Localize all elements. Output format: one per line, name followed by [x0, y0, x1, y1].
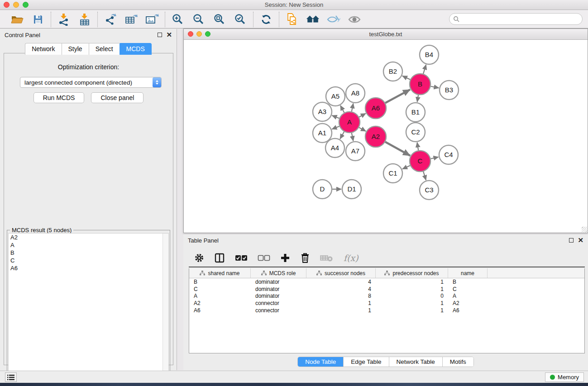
close-panel-button[interactable]: Close panel	[91, 92, 143, 103]
column-header-MCDS-role[interactable]: MCDS role	[251, 268, 306, 278]
node-A7[interactable]: A7	[346, 142, 365, 161]
tab-style[interactable]: Style	[62, 43, 89, 55]
tab-edge-table[interactable]: Edge Table	[344, 357, 389, 367]
result-item[interactable]: A2	[9, 234, 168, 241]
node-A6[interactable]: A6	[365, 98, 386, 119]
node-A2[interactable]: A2	[365, 126, 386, 147]
node-B3[interactable]: B3	[440, 81, 459, 100]
tab-select[interactable]: Select	[89, 43, 120, 55]
tab-network-table[interactable]: Network Table	[389, 357, 443, 367]
refresh-icon[interactable]	[259, 13, 273, 26]
criterion-dropdown[interactable]: largest connected component (directed)	[20, 77, 162, 88]
node-A1[interactable]: A1	[313, 124, 332, 143]
network-close-button[interactable]	[188, 31, 193, 37]
network-file-icon[interactable]	[285, 13, 299, 26]
node-table[interactable]: shared nameMCDS rolesuccessor nodesprede…	[189, 268, 585, 353]
node-C[interactable]: C	[410, 151, 430, 172]
network-canvas[interactable]: B4B2BB3A5A8A6B1A3AC2A1A2A4A7C4CC1C3DD1	[184, 40, 588, 233]
resize-grip[interactable]	[582, 227, 587, 232]
result-item[interactable]: A6	[9, 264, 168, 272]
home-view-icon[interactable]	[306, 13, 320, 26]
node-B4[interactable]: B4	[420, 45, 439, 64]
delete-column-icon[interactable]	[300, 253, 310, 263]
edge-B-B1[interactable]	[417, 95, 419, 102]
edge-A-A3[interactable]	[332, 115, 339, 118]
import-network-icon[interactable]	[57, 13, 71, 26]
zoom-selected-icon[interactable]	[233, 13, 248, 26]
close-panel-icon[interactable]: ✕	[166, 33, 172, 37]
edge-A2-C[interactable]	[385, 142, 410, 156]
column-header-shared-name[interactable]: shared name	[189, 268, 251, 278]
node-B1[interactable]: B1	[406, 103, 425, 122]
import-table-icon[interactable]	[77, 13, 92, 26]
close-window-button[interactable]	[4, 2, 10, 8]
show-view-icon[interactable]	[347, 13, 362, 26]
result-item[interactable]: B	[9, 249, 168, 257]
edge-A-A2[interactable]	[359, 128, 366, 131]
mcds-result-list[interactable]: A2ABCA6	[8, 233, 169, 383]
edge-B-B2[interactable]	[402, 76, 410, 80]
edge-C-C4[interactable]	[430, 157, 438, 159]
close-table-panel-icon[interactable]: ✕	[578, 238, 583, 243]
edge-A-A6[interactable]	[359, 114, 366, 117]
tab-motifs[interactable]: Motifs	[443, 357, 473, 367]
node-C2[interactable]: C2	[406, 123, 425, 142]
edge-C-C2[interactable]	[417, 143, 419, 151]
minimize-window-button[interactable]	[13, 2, 19, 8]
maximize-window-button[interactable]	[23, 2, 29, 8]
edge-C-C3[interactable]	[423, 172, 426, 180]
zoom-out-icon[interactable]	[191, 13, 206, 26]
edge-A6-B[interactable]	[385, 90, 410, 103]
edge-A-A5[interactable]	[340, 105, 344, 113]
hide-annotations-icon[interactable]	[326, 13, 341, 26]
add-column-icon[interactable]	[280, 253, 290, 263]
column-header-successor-nodes[interactable]: successor nodes	[306, 268, 376, 278]
table-row[interactable]: Bdominator41B	[189, 278, 584, 286]
table-options-gear-icon[interactable]	[194, 253, 204, 263]
edge-A-A1[interactable]	[332, 126, 339, 129]
result-item[interactable]: A	[9, 241, 168, 249]
table-row[interactable]: Adominator80A	[189, 293, 584, 300]
task-history-button[interactable]	[5, 372, 17, 382]
network-maximize-button[interactable]	[205, 31, 210, 37]
tab-network[interactable]: Network	[25, 43, 61, 55]
search-input[interactable]	[462, 16, 575, 23]
edge-B-B4[interactable]	[423, 65, 426, 74]
edge-B-B3[interactable]	[431, 86, 439, 88]
zoom-fit-icon[interactable]	[212, 13, 227, 26]
table-row[interactable]: A6connector11A6	[189, 307, 584, 314]
node-D[interactable]: D	[313, 180, 332, 199]
network-window-titlebar[interactable]: testGlobe.txt	[184, 29, 588, 40]
node-C4[interactable]: C4	[439, 145, 458, 164]
run-mcds-button[interactable]: Run MCDS	[33, 92, 85, 103]
network-minimize-button[interactable]	[196, 31, 202, 37]
node-A5[interactable]: A5	[326, 87, 345, 106]
tab-node-table[interactable]: Node Table	[298, 357, 344, 367]
node-D1[interactable]: D1	[342, 180, 361, 199]
column-header-predecessor-nodes[interactable]: predecessor nodes	[376, 268, 448, 278]
export-image-icon[interactable]	[145, 13, 159, 26]
edge-A-A8[interactable]	[352, 104, 354, 112]
table-row[interactable]: Cdominator41C	[189, 286, 584, 293]
node-C3[interactable]: C3	[420, 181, 439, 200]
edge-A-A4[interactable]	[340, 132, 344, 139]
float-panel-icon[interactable]	[158, 33, 162, 37]
float-table-panel-icon[interactable]	[569, 238, 574, 243]
export-table-icon[interactable]	[124, 13, 139, 26]
search-box[interactable]	[449, 13, 583, 25]
export-network-icon[interactable]	[103, 13, 118, 26]
node-A4[interactable]: A4	[325, 138, 344, 157]
node-C1[interactable]: C1	[383, 164, 402, 183]
node-A[interactable]: A	[339, 112, 360, 133]
node-B[interactable]: B	[410, 74, 430, 95]
edge-C-C1[interactable]	[402, 166, 410, 169]
node-A8[interactable]: A8	[346, 84, 365, 103]
table-row[interactable]: A2connector11A2	[189, 300, 584, 307]
memory-button[interactable]: Memory	[545, 372, 584, 382]
node-A3[interactable]: A3	[313, 102, 332, 121]
deselect-all-checkboxes-icon[interactable]	[258, 255, 270, 261]
save-session-icon[interactable]	[31, 13, 45, 26]
show-columns-icon[interactable]	[214, 253, 225, 263]
open-file-icon[interactable]	[10, 13, 24, 26]
edge-A-A7[interactable]	[352, 133, 354, 141]
